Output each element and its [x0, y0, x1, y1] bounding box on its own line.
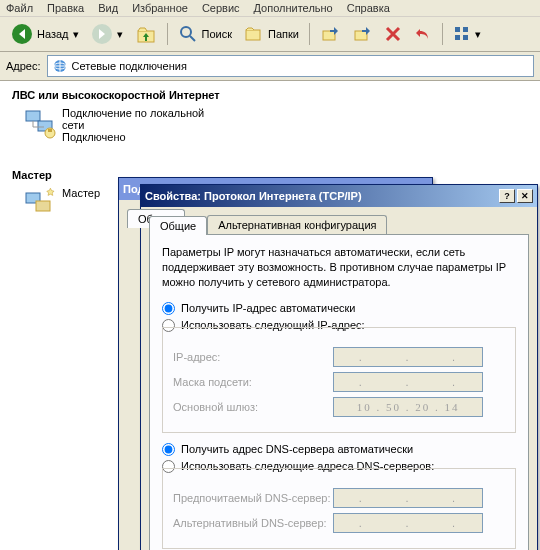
tab-panel-general: Параметры IP могут назначаться автоматич…	[149, 234, 529, 550]
menu-bar: Файл Правка Вид Избранное Сервис Дополни…	[0, 0, 540, 17]
separator	[442, 23, 443, 45]
dialog-titlebar[interactable]: Свойства: Протокол Интернета (TCP/IP) ? …	[141, 185, 537, 207]
ip-address-label: IP-адрес:	[173, 351, 333, 363]
svg-point-3	[181, 27, 191, 37]
copy-to-icon	[352, 24, 372, 44]
dialog-title: Свойства: Протокол Интернета (TCP/IP)	[145, 190, 362, 202]
description-text: Параметры IP могут назначаться автоматич…	[162, 245, 516, 290]
menu-help[interactable]: Справка	[347, 2, 390, 14]
lan-connection-icon	[24, 107, 56, 139]
svg-rect-6	[323, 31, 335, 40]
alternate-dns-label: Альтернативный DNS-сервер:	[173, 517, 333, 529]
search-icon	[178, 24, 198, 44]
svg-rect-9	[463, 27, 468, 32]
dropdown-icon: ▾	[475, 28, 481, 41]
content-area: ЛВС или высокоскоростной Интернет Подклю…	[0, 81, 540, 550]
svg-line-4	[190, 36, 195, 41]
wizard-label: Мастер	[62, 187, 100, 199]
back-icon	[11, 23, 33, 45]
dropdown-icon: ▾	[73, 28, 79, 41]
ip-fields-group: IP-адрес: ... Маска подсети: ... Основно…	[162, 327, 516, 433]
tab-general[interactable]: Общие	[149, 216, 207, 235]
copy-to-button[interactable]	[347, 21, 377, 47]
subnet-mask-label: Маска подсети:	[173, 376, 333, 388]
section-lan-title: ЛВС или высокоскоростной Интернет	[0, 81, 540, 105]
help-button[interactable]: ?	[499, 189, 515, 203]
radio-dns-auto[interactable]	[162, 443, 175, 456]
menu-view[interactable]: Вид	[98, 2, 118, 14]
wizard-icon	[24, 187, 56, 219]
menu-file[interactable]: Файл	[6, 2, 33, 14]
network-connections-icon	[52, 58, 68, 74]
svg-rect-5	[246, 30, 260, 40]
dns-fields-group: Предпочитаемый DNS-сервер: ... Альтернат…	[162, 468, 516, 549]
ip-address-input: ...	[333, 347, 483, 367]
undo-button[interactable]	[409, 22, 437, 46]
delete-icon	[384, 25, 402, 43]
address-bar: Адрес: Сетевые подключения	[0, 52, 540, 81]
address-value: Сетевые подключения	[72, 60, 187, 72]
radio-ip-auto[interactable]	[162, 302, 175, 315]
back-button[interactable]: Назад ▾	[6, 20, 84, 48]
separator	[167, 23, 168, 45]
gateway-input: 10 . 50 . 20 . 14	[333, 397, 483, 417]
up-button[interactable]	[130, 20, 162, 48]
menu-favorites[interactable]: Избранное	[132, 2, 188, 14]
forward-button[interactable]: ▾	[86, 20, 128, 48]
folders-button[interactable]: Папки	[239, 21, 304, 47]
forward-icon	[91, 23, 113, 45]
menu-edit[interactable]: Правка	[47, 2, 84, 14]
tab-strip: Общие Альтернативная конфигурация	[149, 215, 529, 234]
address-input[interactable]: Сетевые подключения	[47, 55, 534, 77]
folders-icon	[244, 24, 264, 44]
subnet-mask-input: ...	[333, 372, 483, 392]
preferred-dns-input: ...	[333, 488, 483, 508]
toolbar: Назад ▾ ▾ Поиск Папки ▾	[0, 17, 540, 52]
tcpip-properties-dialog: Свойства: Протокол Интернета (TCP/IP) ? …	[140, 184, 538, 550]
svg-rect-11	[463, 35, 468, 40]
close-button[interactable]: ✕	[517, 189, 533, 203]
search-label: Поиск	[202, 28, 232, 40]
alternate-dns-input: ...	[333, 513, 483, 533]
svg-rect-14	[26, 111, 40, 121]
radio-dns-auto-label: Получить адрес DNS-сервера автоматически	[181, 443, 413, 455]
address-label: Адрес:	[6, 60, 41, 72]
menu-tools[interactable]: Сервис	[202, 2, 240, 14]
svg-rect-10	[455, 35, 460, 40]
radio-ip-auto-label: Получить IP-адрес автоматически	[181, 302, 355, 314]
delete-button[interactable]	[379, 22, 407, 46]
folders-label: Папки	[268, 28, 299, 40]
radio-dns-auto-row[interactable]: Получить адрес DNS-сервера автоматически	[162, 443, 516, 456]
move-to-icon	[320, 24, 340, 44]
svg-rect-21	[36, 201, 50, 211]
svg-rect-8	[455, 27, 460, 32]
views-icon	[453, 25, 471, 43]
back-label: Назад	[37, 28, 69, 40]
lan-connection-label: Подключение по локальной сети Подключено	[62, 107, 204, 143]
radio-ip-auto-row[interactable]: Получить IP-адрес автоматически	[162, 302, 516, 315]
search-button[interactable]: Поиск	[173, 21, 237, 47]
lan-connection-item[interactable]: Подключение по локальной сети Подключено	[0, 105, 540, 145]
tab-alternative[interactable]: Альтернативная конфигурация	[207, 215, 387, 234]
gateway-label: Основной шлюз:	[173, 401, 333, 413]
menu-extra[interactable]: Дополнительно	[254, 2, 333, 14]
views-button[interactable]: ▾	[448, 22, 486, 46]
move-to-button[interactable]	[315, 21, 345, 47]
folder-up-icon	[135, 23, 157, 45]
svg-rect-19	[48, 129, 52, 132]
dropdown-icon: ▾	[117, 28, 123, 41]
undo-icon	[414, 25, 432, 43]
svg-rect-7	[355, 31, 367, 40]
preferred-dns-label: Предпочитаемый DNS-сервер:	[173, 492, 333, 504]
separator	[309, 23, 310, 45]
